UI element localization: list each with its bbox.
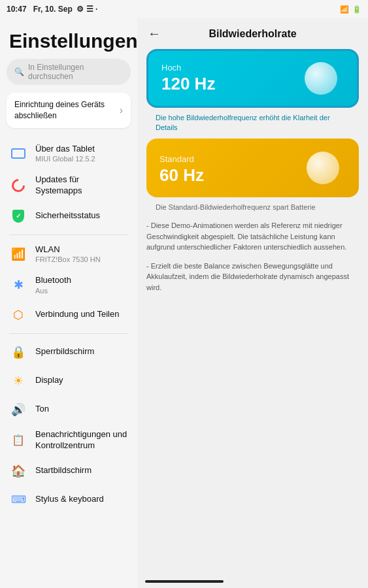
sound-icon: 🔊: [9, 400, 27, 419]
wlan-sublabel: FRITZ!Box 7530 HN: [35, 255, 128, 264]
setup-card-arrow: ›: [120, 105, 123, 116]
notifications-text-group: Benachrichtigungen und Kontrollzentrum: [35, 429, 128, 451]
bluetooth-text-group: Bluetooth Aus: [35, 275, 128, 295]
sidebar-section-connectivity: 📶 WLAN FRITZ!Box 7530 HN ✱ Bluetooth Aus: [0, 239, 137, 329]
wlan-label: WLAN: [35, 244, 128, 255]
sidebar-item-display[interactable]: ☀ Display: [0, 367, 137, 395]
lockscreen-text-group: Sperrbildschirm: [35, 346, 128, 357]
setup-card[interactable]: Einrichtung deines Geräts abschließen ›: [7, 93, 131, 128]
home-icon: 🏠: [9, 462, 27, 480]
wifi-icon: 📶: [9, 245, 27, 263]
sidebar-title: Einstellungen: [0, 18, 137, 59]
high-note: Die hohe Bildwiederholfrequenz erhöht di…: [146, 113, 359, 133]
sidebar-item-share[interactable]: ⬡ Verbindung und Teilen: [0, 301, 137, 329]
security-label: Sicherheitsstatus: [35, 210, 128, 221]
homescreen-label: Startbildschirm: [35, 465, 128, 476]
sound-label: Ton: [35, 404, 128, 415]
security-text-group: Sicherheitsstatus: [35, 210, 128, 221]
updates-text-group: Updates für Systemapps: [35, 174, 128, 197]
homescreen-text-group: Startbildschirm: [35, 465, 128, 476]
sidebar-item-notifications[interactable]: 📋 Benachrichtigungen und Kontrollzentrum: [0, 424, 137, 457]
sidebar-item-wlan[interactable]: 📶 WLAN FRITZ!Box 7530 HN: [0, 239, 137, 270]
panel-title: Bildwiederholrate: [167, 28, 338, 40]
bluetooth-label: Bluetooth: [35, 275, 128, 286]
notifications-label: Benachrichtigungen und Kontrollzentrum: [35, 429, 128, 451]
security-icon: [9, 207, 27, 225]
sidebar: Einstellungen 🔍 In Einstellungen durchsu…: [0, 18, 137, 588]
display-text-group: Display: [35, 375, 128, 386]
sidebar-item-tablet[interactable]: Über das Tablet MIUI Global 12.5.2: [0, 139, 137, 169]
high-freq-card[interactable]: Hoch 120 Hz: [146, 49, 359, 108]
sidebar-item-updates[interactable]: Updates für Systemapps: [0, 169, 137, 202]
display-label: Display: [35, 375, 128, 386]
status-bar: 10:47 Fr, 10. Sep ⚙ ☰ · 📶 🔋: [0, 0, 368, 18]
standard-card-bubble: [307, 152, 339, 184]
battery-status-icon: 🔋: [352, 5, 361, 14]
divider-1: [9, 235, 128, 235]
status-icons: 📶 🔋: [340, 5, 361, 14]
tablet-label: Über das Tablet: [35, 144, 128, 155]
main-layout: Einstellungen 🔍 In Einstellungen durchsu…: [0, 18, 368, 588]
sidebar-item-lockscreen[interactable]: 🔒 Sperrbildschirm: [0, 338, 137, 367]
wlan-text-group: WLAN FRITZ!Box 7530 HN: [35, 244, 128, 265]
tablet-text-group: Über das Tablet MIUI Global 12.5.2: [35, 144, 128, 164]
lockscreen-label: Sperrbildschirm: [35, 346, 128, 357]
panel-header: ← Bildwiederholrate: [137, 18, 368, 49]
info-text-1: - Diese Demo-Animationen werden als Refe…: [146, 220, 359, 257]
search-icon: 🔍: [14, 67, 24, 76]
wifi-status-icon: 📶: [340, 5, 349, 14]
display-icon: ☀: [9, 372, 27, 390]
share-icon: ⬡: [9, 306, 27, 324]
share-text-group: Verbindung und Teilen: [35, 309, 128, 320]
back-button[interactable]: ←: [148, 26, 161, 41]
standard-freq-card[interactable]: Standard 60 Hz: [146, 139, 359, 197]
navigation-bar: [145, 580, 224, 583]
info-text-2: - Erzielt die beste Balance zwischen Bew…: [146, 261, 359, 297]
stylus-text-group: Stylus & keyboard: [35, 494, 128, 505]
bluetooth-sublabel: Aus: [35, 286, 128, 295]
stylus-icon: ⌨: [9, 491, 27, 509]
sidebar-section-personalization: 🔒 Sperrbildschirm ☀ Display 🔊: [0, 338, 137, 514]
lock-icon: 🔒: [9, 343, 27, 361]
divider-2: [9, 333, 128, 334]
sidebar-item-homescreen[interactable]: 🏠 Startbildschirm: [0, 457, 137, 485]
tablet-icon: [9, 144, 27, 163]
right-panel: ← Bildwiederholrate Hoch 120 Hz Die hohe…: [137, 18, 368, 588]
bluetooth-icon: ✱: [9, 276, 27, 294]
status-time-date: 10:47 Fr, 10. Sep ⚙ ☰ ·: [7, 5, 97, 14]
setup-card-text: Einrichtung deines Geräts abschließen: [14, 99, 114, 122]
status-date: Fr, 10. Sep: [33, 5, 73, 14]
search-bar[interactable]: 🔍 In Einstellungen durchsuchen: [7, 59, 131, 85]
sidebar-item-stylus[interactable]: ⌨ Stylus & keyboard: [0, 485, 137, 514]
sidebar-item-bluetooth[interactable]: ✱ Bluetooth Aus: [0, 270, 137, 301]
status-time: 10:47: [7, 5, 27, 14]
updates-label: Updates für Systemapps: [35, 174, 128, 197]
notify-icon: 📋: [9, 431, 27, 449]
frequency-cards: Hoch 120 Hz Die hohe Bildwiederholfreque…: [137, 49, 368, 212]
standard-note: Die Standard-Bildwiederholfrequenz spart…: [156, 203, 350, 212]
tablet-sublabel: MIUI Global 12.5.2: [35, 154, 128, 163]
stylus-label: Stylus & keyboard: [35, 494, 128, 505]
sidebar-section-device: Über das Tablet MIUI Global 12.5.2 Updat…: [0, 139, 137, 231]
update-icon: [9, 176, 27, 195]
search-placeholder: In Einstellungen durchsuchen: [28, 63, 123, 81]
high-card-bubble: [305, 62, 337, 95]
share-label: Verbindung und Teilen: [35, 309, 128, 320]
sidebar-item-security[interactable]: Sicherheitsstatus: [0, 202, 137, 231]
sound-text-group: Ton: [35, 404, 128, 415]
sidebar-item-sound[interactable]: 🔊 Ton: [0, 395, 137, 424]
